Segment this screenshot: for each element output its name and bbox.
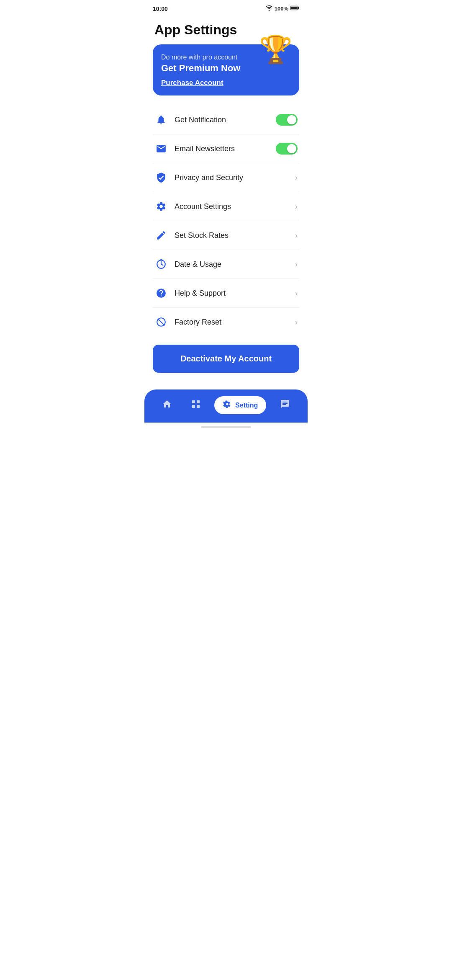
- date-label: Date & Usage: [175, 260, 221, 269]
- nav-grid[interactable]: [186, 397, 206, 413]
- settings-item-notification[interactable]: Get Notification: [153, 106, 299, 134]
- help-label: Help & Support: [175, 289, 226, 298]
- premium-banner[interactable]: 🏆 Do more with pro account Get Premium N…: [153, 44, 299, 95]
- nav-chat[interactable]: [275, 397, 295, 413]
- purchase-link[interactable]: Purchase Account: [161, 79, 223, 87]
- help-icon: [154, 286, 168, 300]
- settings-nav-label: Setting: [235, 402, 258, 409]
- account-settings-icon: [154, 200, 168, 213]
- email-label: Email Newsletters: [175, 144, 235, 153]
- status-bar: 10:00 100%: [144, 0, 308, 14]
- svg-rect-1: [298, 7, 299, 9]
- item-left-account: Account Settings: [154, 200, 295, 213]
- settings-list: Get Notification Email Newsletters Priva…: [144, 106, 308, 336]
- battery-text: 100%: [275, 5, 288, 12]
- wifi-icon: [265, 5, 273, 12]
- reset-icon: [154, 315, 168, 329]
- item-left-stock: Set Stock Rates: [154, 229, 295, 242]
- help-chevron: ›: [295, 289, 298, 298]
- deactivate-button[interactable]: Deactivate My Account: [153, 345, 299, 373]
- item-left-email: Email Newsletters: [154, 142, 276, 155]
- account-label: Account Settings: [175, 202, 231, 211]
- email-toggle[interactable]: [276, 143, 298, 155]
- email-icon: [154, 142, 168, 155]
- account-chevron: ›: [295, 202, 298, 211]
- battery-icon: [290, 5, 299, 12]
- nav-settings[interactable]: Setting: [214, 396, 266, 414]
- stock-icon: [154, 229, 168, 242]
- bottom-nav: Setting: [144, 389, 308, 423]
- settings-item-date[interactable]: Date & Usage ›: [153, 250, 299, 279]
- trophy-icon: 🏆: [259, 36, 293, 63]
- home-icon: [162, 399, 172, 412]
- privacy-label: Privacy and Security: [175, 173, 243, 182]
- notification-label: Get Notification: [175, 116, 226, 124]
- privacy-chevron: ›: [295, 173, 298, 182]
- status-time: 10:00: [153, 5, 168, 12]
- item-left-notification: Get Notification: [154, 113, 276, 126]
- item-left-privacy: Privacy and Security: [154, 171, 295, 184]
- svg-line-4: [158, 319, 164, 325]
- grid-icon: [191, 399, 201, 412]
- settings-item-email[interactable]: Email Newsletters: [153, 134, 299, 163]
- privacy-icon: [154, 171, 168, 184]
- nav-home[interactable]: [157, 397, 177, 413]
- settings-icon: [223, 400, 232, 411]
- settings-item-reset[interactable]: Factory Reset ›: [153, 308, 299, 336]
- date-icon: [154, 258, 168, 271]
- stock-label: Set Stock Rates: [175, 231, 229, 240]
- settings-item-help[interactable]: Help & Support ›: [153, 279, 299, 308]
- home-indicator: [201, 426, 251, 428]
- settings-item-stock[interactable]: Set Stock Rates ›: [153, 221, 299, 250]
- reset-label: Factory Reset: [175, 318, 221, 327]
- settings-item-privacy[interactable]: Privacy and Security ›: [153, 163, 299, 192]
- item-left-help: Help & Support: [154, 286, 295, 300]
- chat-icon: [280, 399, 290, 412]
- date-chevron: ›: [295, 260, 298, 269]
- item-left-date: Date & Usage: [154, 258, 295, 271]
- status-right: 100%: [265, 5, 299, 12]
- settings-item-account[interactable]: Account Settings ›: [153, 192, 299, 221]
- item-left-reset: Factory Reset: [154, 315, 295, 329]
- svg-rect-2: [290, 7, 298, 9]
- notification-toggle[interactable]: [276, 114, 298, 126]
- stock-chevron: ›: [295, 231, 298, 240]
- notification-icon: [154, 113, 168, 126]
- reset-chevron: ›: [295, 318, 298, 327]
